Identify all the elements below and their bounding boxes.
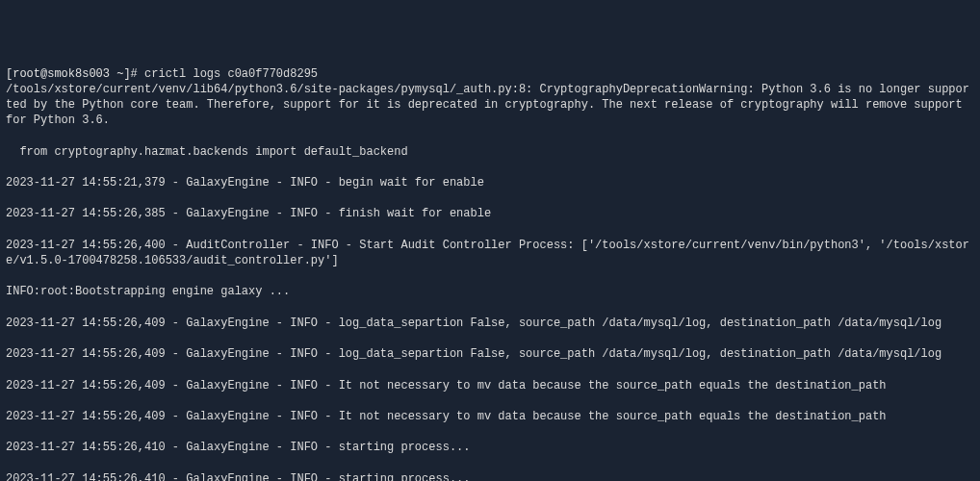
log-line: 2023-11-27 14:55:26,410 - GalaxyEngine -… bbox=[6, 471, 974, 481]
log-line: INFO:root:Bootstrapping engine galaxy ..… bbox=[6, 284, 974, 299]
log-line: 2023-11-27 14:55:26,409 - GalaxyEngine -… bbox=[6, 346, 974, 362]
log-line: 2023-11-27 14:55:26,385 - GalaxyEngine -… bbox=[6, 206, 974, 221]
log-line: 2023-11-27 14:55:26,409 - GalaxyEngine -… bbox=[6, 409, 974, 424]
log-line: from cryptography.hazmat.backends import… bbox=[6, 144, 974, 160]
log-line: 2023-11-27 14:55:26,400 - AuditControlle… bbox=[6, 238, 974, 268]
prompt-command[interactable]: crictl logs c0a0f770d8295 bbox=[144, 67, 318, 81]
prompt-user-host: [root@smok8s003 ~]# bbox=[6, 67, 138, 81]
log-line: /tools/xstore/current/venv/lib64/python3… bbox=[6, 82, 974, 129]
terminal-prompt: [root@smok8s003 ~]# crictl logs c0a0f770… bbox=[6, 67, 318, 81]
log-line: 2023-11-27 14:55:26,409 - GalaxyEngine -… bbox=[6, 378, 974, 393]
log-line: 2023-11-27 14:55:26,410 - GalaxyEngine -… bbox=[6, 440, 974, 455]
log-line: 2023-11-27 14:55:21,379 - GalaxyEngine -… bbox=[6, 175, 974, 190]
log-line: 2023-11-27 14:55:26,409 - GalaxyEngine -… bbox=[6, 316, 974, 331]
